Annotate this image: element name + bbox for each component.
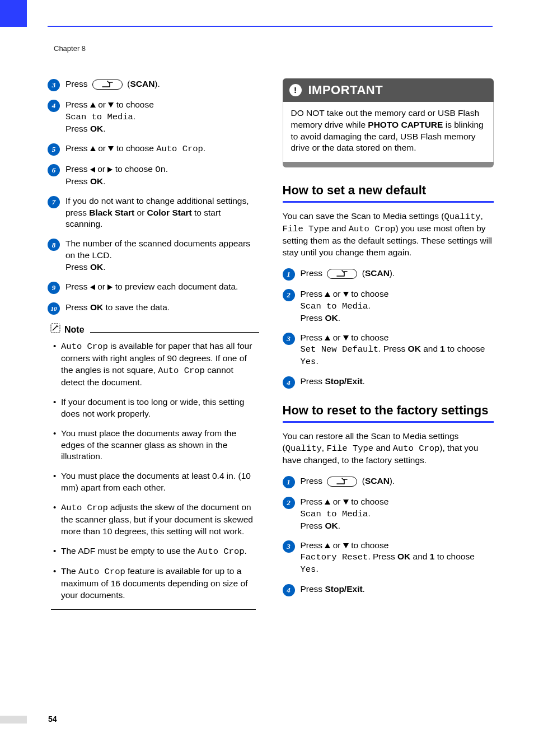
text: The ADF must be empty to use the [61,546,198,556]
text: . [368,508,370,518]
content-columns: 3 Press (SCAN). 4 Press or to choose Sca… [45,78,494,706]
text: Press [301,313,325,323]
text: . [363,376,365,386]
text: or [95,282,107,291]
text: You must place the documents at least 0.… [61,471,251,492]
text: . [133,111,135,121]
text: Press [301,333,325,342]
note-box: Note Auto Crop is available for paper th… [48,323,259,610]
text: If your document is too long or wide, th… [61,397,244,418]
down-arrow-icon [108,146,114,151]
step-10: 10 Press OK to save the data. [48,302,259,315]
text: . [103,262,105,272]
mono-text: Auto Crop [349,224,396,234]
left-arrow-icon [90,167,95,172]
sd-step-2: 2 Press or to choose Scan to Media. Pres… [283,288,494,324]
ok-bold: OK [397,552,410,561]
text: or [95,164,107,174]
text: . [245,546,247,556]
step-bullet-3: 3 [283,540,295,553]
color-start-bold: Color Start [147,208,192,217]
text: Press [65,100,90,109]
rs-step-3: 3 Press or to choose Factory Reset. Pres… [283,540,494,576]
scan-key-icon [327,477,357,487]
text: The [61,566,78,576]
text: Press [65,164,90,174]
right-column: ! IMPORTANT DO NOT take out the memory c… [283,78,494,706]
text: The number of the scanned documents appe… [65,239,250,260]
note-icon [50,323,61,337]
text: Press [301,376,325,386]
text: Press [301,497,325,506]
step-4: 4 Press or to choose Scan to Media. Pres… [48,99,259,135]
text: or [96,100,108,109]
right-arrow-icon [107,167,113,172]
step-bullet-5: 5 [48,143,60,156]
ok-bold: OK [408,344,421,353]
down-arrow-icon [108,102,114,108]
mono-text: Quality [444,212,480,222]
text: to choose [349,497,389,506]
step-7: 7 If you do not want to change additiona… [48,195,259,231]
ok-bold: OK [325,313,338,323]
text: . [338,521,340,530]
mono-text: Auto Crop [198,547,245,557]
text: Press [65,282,90,291]
text: ). [154,79,160,88]
mono-text: File Type [283,224,330,234]
note-item: Auto Crop adjusts the skew of the docume… [53,502,256,538]
mono-text: Auto Crop [61,503,108,513]
text: ). [390,268,395,278]
up-arrow-icon [90,102,96,108]
mono-text: Scan to Media [65,112,133,122]
section-rule [283,421,494,423]
text: and [421,344,440,353]
step-9: 9 Press or to preview each document data… [48,281,259,294]
sd-step-4: 4 Press Stop/Exit. [283,376,494,389]
right-arrow-icon [107,284,113,290]
text: Press [65,302,90,312]
text: or [330,289,343,298]
ok-bold: OK [325,521,338,530]
text: to choose [445,344,485,353]
step-3: 3 Press (SCAN). [48,78,259,91]
rs-step-2: 2 Press or to choose Scan to Media. Pres… [283,496,494,532]
text: . [338,313,340,323]
step-bullet-8: 8 [48,239,60,251]
ok-bold: OK [90,176,103,186]
important-box: ! IMPORTANT DO NOT take out the memory c… [283,78,494,167]
stop-exit-bold: Stop/Exit [325,584,362,594]
scan-bold: SCAN [365,268,390,278]
step-bullet-3: 3 [283,333,295,345]
text: . [316,356,318,366]
black-start-bold: Black Start [89,208,134,217]
text: Press [301,584,325,594]
step-bullet-6: 6 [48,164,60,176]
text: to preview each document data. [113,282,238,291]
text: , [481,211,483,221]
mono-text: Auto Crop [61,342,108,352]
down-arrow-icon [343,292,349,297]
text: Press [65,79,90,88]
text: and [373,443,392,452]
mono-text: Scan to Media [301,301,368,311]
scan-bold: SCAN [365,476,390,486]
note-list: Auto Crop is available for paper that ha… [48,340,259,601]
sd-step-1: 1 Press (SCAN). [283,268,494,281]
text: and [329,223,348,233]
sd-step-3: 3 Press or to choose Set New Default. Pr… [283,332,494,368]
step-bullet-4: 4 [48,100,60,112]
text: or [134,208,147,217]
mono-text: File Type [326,444,373,454]
up-arrow-icon [325,500,330,505]
note-item: You must place the documents at least 0.… [53,470,256,494]
text: or [330,497,343,506]
important-title: IMPORTANT [308,82,383,99]
section-heading-set-default: How to set a new default [283,182,494,199]
exclamation-icon: ! [289,84,302,96]
page-number: 54 [48,714,57,725]
step-bullet-7: 7 [48,196,60,208]
text: Press [65,124,90,133]
step-bullet-4: 4 [283,376,295,389]
text: . [203,143,205,153]
